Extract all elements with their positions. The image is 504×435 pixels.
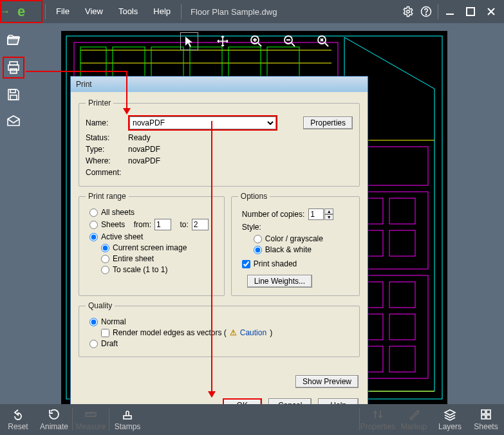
show-preview-button[interactable]: Show Preview — [295, 375, 359, 388]
animate-button[interactable]: Animate — [36, 404, 72, 435]
pan-icon[interactable] — [214, 32, 232, 50]
layers-label: Layers — [438, 422, 462, 431]
copies-input[interactable] — [308, 208, 324, 220]
draft-radio[interactable] — [89, 340, 98, 348]
menu-help[interactable]: Help — [145, 0, 178, 23]
svg-rect-45 — [487, 415, 490, 419]
stamps-button[interactable]: Stamps — [109, 404, 145, 435]
settings-icon[interactable] — [399, 3, 417, 21]
sheets-button[interactable]: Sheets — [468, 404, 504, 435]
entire-sheet-label: Entire sheet — [113, 254, 154, 263]
reset-button[interactable]: Reset — [0, 404, 36, 435]
copies-down[interactable]: ▼ — [324, 214, 333, 220]
all-sheets-label: All sheets — [101, 208, 135, 217]
svg-rect-41 — [124, 416, 131, 419]
bw-label: Black & white — [265, 245, 312, 254]
markup-button[interactable]: Markup — [396, 404, 432, 435]
svg-rect-8 — [10, 89, 15, 93]
properties-label: Properties — [360, 422, 396, 431]
normal-radio[interactable] — [89, 318, 98, 326]
quality-group: Quality Normal Render model edges as vec… — [79, 301, 360, 357]
color-label: Color / grayscale — [265, 234, 323, 243]
print-shaded-label: Print shaded — [254, 259, 297, 268]
mail-icon[interactable] — [3, 111, 24, 133]
to-input[interactable] — [192, 219, 209, 230]
warning-icon: ⚠ — [230, 328, 237, 337]
measure-label: Measure — [76, 422, 106, 431]
options-legend: Options — [238, 192, 270, 201]
reset-label: Reset — [8, 422, 28, 431]
printer-name-label: Name: — [86, 118, 124, 127]
options-group: Options Number of copies: ▲▼ Style: Colo… — [231, 192, 360, 296]
range-legend: Print range — [86, 192, 129, 201]
stamps-label: Stamps — [115, 422, 141, 431]
bottombar: Reset Animate Measure Stamps Properties … — [0, 404, 504, 435]
sheets-radio[interactable] — [89, 221, 98, 229]
zoom-in-icon[interactable] — [247, 32, 265, 50]
measure-button[interactable]: Measure — [73, 404, 109, 435]
normal-label: Normal — [101, 317, 126, 326]
where-label: Where: — [86, 156, 124, 165]
menu-file[interactable]: File — [48, 0, 77, 23]
current-screen-radio[interactable] — [101, 244, 109, 252]
print-dialog: Print Printer Name: novaPDF Properties S… — [70, 76, 368, 420]
printer-group: Printer Name: novaPDF Properties Status:… — [79, 98, 360, 187]
cursor-icon[interactable] — [180, 32, 198, 50]
printer-name-select[interactable]: novaPDF — [129, 116, 276, 129]
menubar: → e File View Tools Help Floor Plan Samp… — [0, 0, 504, 23]
dialog-title: Print — [71, 77, 368, 92]
print-shaded-check[interactable] — [242, 260, 250, 268]
zoom-out-icon[interactable] — [281, 32, 299, 50]
printer-legend: Printer — [86, 98, 113, 107]
type-value: novaPDF — [128, 145, 160, 154]
help-icon[interactable] — [417, 3, 435, 21]
render-vectors-close: ) — [270, 328, 272, 337]
save-icon[interactable] — [3, 84, 24, 106]
line-weights-button[interactable]: Line Weights... — [247, 275, 312, 288]
quality-legend: Quality — [86, 301, 115, 310]
status-label: Status: — [86, 133, 124, 142]
status-value: Ready — [128, 133, 151, 142]
markup-label: Markup — [401, 422, 427, 431]
render-vectors-check[interactable] — [101, 329, 109, 337]
animate-label: Animate — [40, 422, 68, 431]
arrow-right-icon: → — [0, 6, 10, 17]
svg-rect-44 — [481, 415, 485, 419]
maximize-button[interactable] — [462, 3, 480, 21]
where-value: novaPDF — [128, 156, 160, 165]
menu-view[interactable]: View — [77, 0, 111, 23]
logo-letter: e — [17, 3, 25, 20]
copies-label: Number of copies: — [242, 210, 304, 219]
sheets-label: Sheets — [101, 220, 125, 229]
entire-sheet-radio[interactable] — [101, 255, 109, 263]
printer-properties-button[interactable]: Properties — [303, 116, 353, 129]
annotation-arrowhead-icon — [208, 391, 216, 398]
bw-radio[interactable] — [254, 246, 262, 254]
all-sheets-radio[interactable] — [89, 208, 98, 217]
color-radio[interactable] — [254, 235, 262, 243]
from-input[interactable] — [154, 219, 171, 230]
minimize-button[interactable] — [441, 3, 459, 21]
open-file-icon[interactable] — [3, 30, 24, 51]
type-label: Type: — [86, 145, 124, 154]
app-logo[interactable]: → e — [0, 0, 42, 23]
render-vectors-label: Render model edges as vectors ( — [113, 328, 227, 337]
svg-point-0 — [407, 10, 410, 14]
annotation-line — [26, 71, 127, 72]
menu-tools[interactable]: Tools — [111, 0, 145, 23]
properties-button[interactable]: Properties — [360, 404, 396, 435]
zoom-extents-icon[interactable] — [314, 32, 332, 50]
layers-button[interactable]: Layers — [432, 404, 468, 435]
svg-rect-9 — [10, 95, 17, 100]
svg-point-2 — [425, 14, 426, 15]
draft-label: Draft — [101, 339, 118, 348]
active-sheet-radio[interactable] — [89, 233, 98, 241]
caution-link[interactable]: Caution — [240, 328, 266, 337]
print-icon[interactable] — [3, 57, 24, 79]
copies-up[interactable]: ▲ — [324, 208, 333, 214]
to-scale-radio[interactable] — [101, 266, 109, 274]
document-title: Floor Plan Sample.dwg — [184, 7, 399, 17]
current-screen-label: Current screen image — [113, 243, 187, 252]
left-toolbar — [3, 30, 28, 133]
close-button[interactable] — [482, 3, 500, 21]
